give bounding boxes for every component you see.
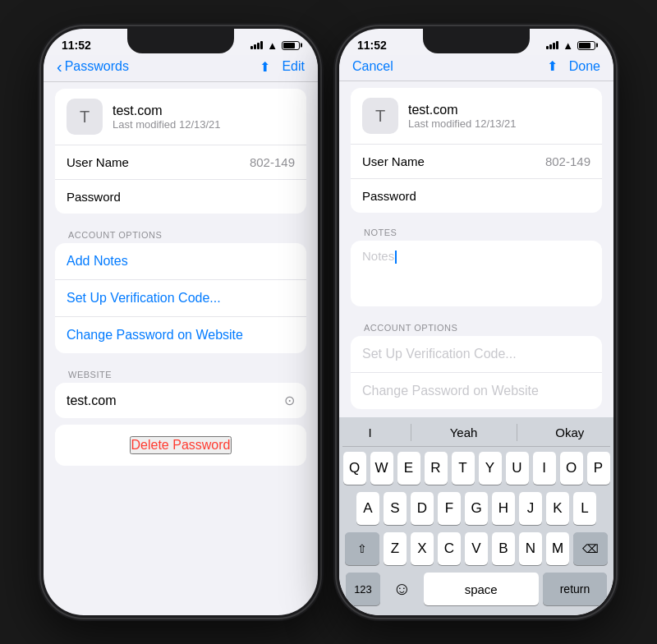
- key-b[interactable]: B: [492, 532, 515, 565]
- notes-section-header: NOTES: [351, 219, 602, 241]
- signal-icon-left: [250, 41, 263, 49]
- key-t[interactable]: T: [452, 452, 475, 485]
- account-options-card-left: Add Notes Set Up Verification Code... Ch…: [55, 243, 306, 353]
- key-c[interactable]: C: [438, 532, 461, 565]
- share-button-left[interactable]: ⬆: [260, 59, 270, 75]
- phone-right: 11:52 ▲ Cancel: [337, 26, 616, 618]
- battery-icon-right: [577, 41, 595, 50]
- add-notes-button[interactable]: Add Notes: [55, 243, 306, 279]
- username-row-right[interactable]: User Name 802-149: [351, 144, 602, 178]
- change-password-button-right: Change Password on Website: [351, 372, 602, 409]
- password-row-left[interactable]: Password: [55, 179, 306, 214]
- shift-key[interactable]: ⇧: [345, 532, 379, 565]
- key-v[interactable]: V: [465, 532, 488, 565]
- site-card-right: T test.com Last modified 12/13/21 User N…: [351, 88, 602, 213]
- battery-icon-left: [282, 41, 300, 50]
- key-n[interactable]: N: [519, 532, 542, 565]
- key-f[interactable]: F: [438, 492, 461, 525]
- key-y[interactable]: Y: [479, 452, 502, 485]
- emoji-key[interactable]: ☺: [384, 573, 419, 605]
- phone-left: 11:52 ▲ ‹: [41, 26, 320, 618]
- key-a[interactable]: A: [356, 492, 379, 525]
- site-card-left: T test.com Last modified 12/13/21 User N…: [55, 89, 306, 214]
- site-info-left: test.com Last modified 12/13/21: [113, 104, 221, 131]
- time-right: 11:52: [357, 39, 387, 52]
- back-button-left[interactable]: ‹ Passwords: [57, 58, 129, 75]
- status-icons-right: ▲: [546, 39, 595, 52]
- share-button-right[interactable]: ⬆: [547, 58, 558, 74]
- site-name-left: test.com: [113, 104, 221, 118]
- website-header-left: WEBSITE: [55, 360, 306, 383]
- suggestion-i[interactable]: I: [362, 424, 379, 441]
- setup-verification-button-left[interactable]: Set Up Verification Code...: [55, 279, 306, 316]
- key-m[interactable]: M: [546, 532, 569, 565]
- key-r[interactable]: R: [425, 452, 448, 485]
- key-p[interactable]: P: [587, 452, 610, 485]
- change-password-button-left[interactable]: Change Password on Website: [55, 316, 306, 353]
- suggestion-yeah[interactable]: Yeah: [443, 424, 485, 441]
- site-name-right: test.com: [408, 103, 517, 117]
- key-x[interactable]: X: [411, 532, 434, 565]
- delete-key[interactable]: ⌫: [573, 532, 608, 565]
- site-header-right: T test.com Last modified 12/13/21: [351, 88, 602, 144]
- wifi-icon-left: ▲: [267, 39, 278, 52]
- return-key[interactable]: return: [543, 573, 607, 605]
- wifi-icon-right: ▲: [563, 39, 573, 52]
- chevron-left-icon: ‹: [57, 58, 62, 75]
- site-header-left: T test.com Last modified 12/13/21: [55, 89, 306, 145]
- username-value-right: 802-149: [545, 154, 590, 168]
- compass-icon-left: ⊙: [284, 393, 295, 408]
- key-w[interactable]: W: [370, 452, 393, 485]
- key-g[interactable]: G: [465, 492, 488, 525]
- site-info-right: test.com Last modified 12/13/21: [408, 103, 517, 130]
- key-i[interactable]: I: [533, 452, 556, 485]
- delete-card-left: Delete Password: [55, 425, 306, 466]
- keyboard-suggestions: I Yeah Okay: [342, 424, 610, 447]
- password-label-right: Password: [362, 189, 416, 203]
- username-label-left: User Name: [67, 155, 129, 169]
- nav-actions-right: ⬆ Done: [547, 58, 600, 74]
- website-value-left: test.com: [67, 393, 116, 408]
- site-modified-right: Last modified 12/13/21: [408, 117, 517, 130]
- key-k[interactable]: K: [546, 492, 569, 525]
- time-left: 11:52: [62, 39, 91, 52]
- username-row-left[interactable]: User Name 802-149: [55, 145, 306, 179]
- password-label-left: Password: [67, 190, 121, 204]
- notch-right: [423, 29, 530, 53]
- account-options-header-right: ACCOUNT OPTIONS: [351, 313, 602, 336]
- key-o[interactable]: O: [560, 452, 583, 485]
- password-row-right[interactable]: Password: [351, 178, 602, 213]
- key-z[interactable]: Z: [384, 532, 407, 565]
- key-d[interactable]: D: [411, 492, 434, 525]
- site-modified-left: Last modified 12/13/21: [113, 118, 221, 131]
- numbers-key[interactable]: 123: [346, 573, 380, 605]
- delete-password-button[interactable]: Delete Password: [130, 436, 232, 454]
- setup-verification-button-right: Set Up Verification Code...: [351, 336, 602, 372]
- status-icons-left: ▲: [250, 39, 300, 52]
- back-label-left: Passwords: [65, 59, 129, 74]
- keyboard: I Yeah Okay Q W E R T Y U: [339, 417, 613, 615]
- key-u[interactable]: U: [506, 452, 529, 485]
- nav-actions-left: ⬆ Edit: [260, 59, 305, 75]
- key-s[interactable]: S: [384, 492, 407, 525]
- edit-button-left[interactable]: Edit: [282, 59, 305, 74]
- nav-bar-left: ‹ Passwords ⬆ Edit: [44, 55, 318, 82]
- account-options-header-left: ACCOUNT OPTIONS: [55, 220, 306, 243]
- done-button-right[interactable]: Done: [569, 59, 600, 74]
- key-l[interactable]: L: [573, 492, 596, 525]
- key-h[interactable]: H: [492, 492, 515, 525]
- keyboard-bottom-row: 123 ☺ space return: [342, 573, 610, 605]
- account-options-card-right: Set Up Verification Code... Change Passw…: [351, 336, 602, 409]
- notch-left: [127, 29, 234, 53]
- key-j[interactable]: J: [519, 492, 542, 525]
- keyboard-row-1: Q W E R T Y U I O P: [342, 452, 610, 485]
- cancel-button-right[interactable]: Cancel: [352, 59, 393, 74]
- site-icon-right: T: [362, 98, 398, 134]
- nav-bar-right: Cancel ⬆ Done: [339, 55, 613, 81]
- notes-input-card[interactable]: Notes: [351, 241, 602, 306]
- key-q[interactable]: Q: [343, 452, 366, 485]
- suggestion-okay[interactable]: Okay: [549, 424, 590, 441]
- space-key[interactable]: space: [424, 573, 539, 605]
- website-row-left[interactable]: test.com ⊙: [55, 383, 306, 418]
- key-e[interactable]: E: [397, 452, 420, 485]
